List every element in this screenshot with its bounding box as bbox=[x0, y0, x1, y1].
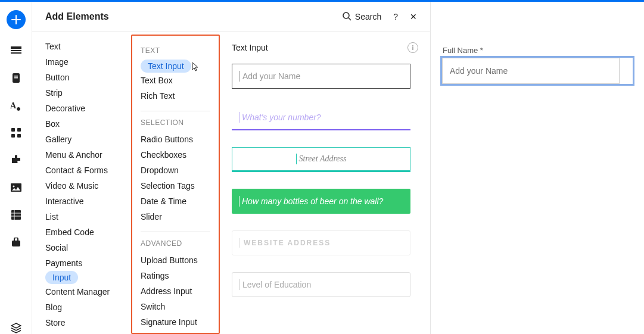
example-input-5[interactable]: Website Address bbox=[232, 230, 410, 255]
category-item[interactable]: Text bbox=[45, 39, 131, 54]
example-input-3[interactable]: Street Address bbox=[232, 147, 410, 172]
subcategory-item[interactable]: Radio Buttons bbox=[141, 132, 210, 147]
subgroup-title: TEXT bbox=[141, 46, 210, 55]
category-list: TextImageButtonStripDecorativeBoxGallery… bbox=[32, 32, 131, 334]
subgroup-title: ADVANCED bbox=[141, 239, 210, 248]
svg-point-18 bbox=[343, 13, 349, 18]
theme-icon[interactable]: A bbox=[10, 99, 22, 111]
category-item[interactable]: Image bbox=[45, 54, 131, 70]
layers-icon[interactable] bbox=[10, 322, 22, 334]
category-item[interactable]: Input bbox=[45, 271, 78, 284]
category-item[interactable]: Gallery bbox=[45, 132, 131, 147]
subcategory-item[interactable]: Ratings bbox=[141, 268, 210, 283]
subcategory-item[interactable]: Text Input bbox=[141, 60, 191, 73]
category-item[interactable]: Strip bbox=[45, 85, 131, 101]
svg-rect-13 bbox=[11, 210, 21, 220]
svg-line-19 bbox=[349, 18, 351, 20]
subcategory-item[interactable]: Text Box bbox=[141, 73, 210, 88]
category-item[interactable]: Button bbox=[45, 70, 131, 85]
category-item[interactable]: Box bbox=[45, 116, 131, 132]
svg-rect-2 bbox=[11, 52, 21, 54]
text-input-widget[interactable]: Full Name * bbox=[440, 46, 634, 86]
subcategory-item[interactable]: Slider bbox=[141, 209, 210, 224]
svg-rect-9 bbox=[11, 134, 15, 138]
subcategory-item[interactable]: Upload Buttons bbox=[141, 252, 210, 268]
svg-rect-1 bbox=[11, 50, 21, 51]
subcategory-item[interactable]: Signature Input bbox=[141, 314, 210, 330]
category-item[interactable]: Payments bbox=[45, 255, 131, 271]
svg-rect-5 bbox=[14, 77, 18, 79]
category-item[interactable]: Content Manager bbox=[45, 284, 131, 299]
canvas[interactable]: Full Name * bbox=[431, 2, 644, 334]
info-button[interactable]: i bbox=[407, 42, 418, 53]
category-item[interactable]: Decorative bbox=[45, 101, 131, 116]
svg-rect-10 bbox=[17, 134, 21, 138]
svg-rect-0 bbox=[11, 46, 21, 49]
category-item[interactable]: Interactive bbox=[45, 193, 131, 209]
category-item[interactable]: Bookings bbox=[45, 330, 131, 334]
category-item[interactable]: Menu & Anchor bbox=[45, 147, 131, 163]
preview-title: Text Input bbox=[232, 43, 407, 52]
svg-rect-17 bbox=[12, 241, 20, 246]
search-button[interactable]: Search bbox=[343, 12, 381, 21]
search-icon bbox=[343, 12, 351, 21]
section-icon[interactable] bbox=[10, 45, 22, 57]
close-icon: ✕ bbox=[410, 12, 417, 21]
category-item[interactable]: Store bbox=[45, 315, 131, 330]
subcategory-item[interactable]: Checkboxes bbox=[141, 147, 210, 163]
nav-rail: A bbox=[0, 2, 32, 334]
category-item[interactable]: Contact & Forms bbox=[45, 163, 131, 178]
subcategory-item[interactable]: Address Input bbox=[141, 283, 210, 299]
data-icon[interactable] bbox=[10, 209, 22, 221]
subgroup-title: SELECTION bbox=[141, 118, 210, 127]
category-item[interactable]: Video & Music bbox=[45, 178, 131, 193]
plus-icon bbox=[11, 15, 21, 24]
subcategory-list: TEXTText InputText BoxRich TextSELECTION… bbox=[131, 35, 220, 334]
apps-icon[interactable] bbox=[10, 127, 22, 139]
widget-selection-box bbox=[440, 56, 634, 86]
subcategory-item[interactable]: Dropdown bbox=[141, 163, 210, 178]
category-item[interactable]: List bbox=[45, 209, 131, 224]
svg-point-12 bbox=[13, 186, 14, 188]
example-input-2[interactable]: What's your number? bbox=[232, 105, 410, 130]
subcategory-item[interactable]: Date & Time bbox=[141, 193, 210, 209]
panel-header: Add Elements Search ? ✕ bbox=[32, 2, 430, 32]
preview-column: Text Input i Add your Name What's your n… bbox=[220, 32, 430, 334]
page-icon[interactable] bbox=[10, 72, 22, 84]
category-item[interactable]: Social bbox=[45, 240, 131, 255]
help-button[interactable]: ? bbox=[393, 12, 398, 21]
category-item[interactable]: Blog bbox=[45, 299, 131, 315]
search-label: Search bbox=[355, 12, 381, 21]
example-input-4[interactable]: How many bottles of beer on the wall? bbox=[232, 189, 410, 214]
add-element-button[interactable] bbox=[7, 10, 26, 29]
panel-title: Add Elements bbox=[45, 11, 331, 22]
subcategory-item[interactable]: Selection Tags bbox=[141, 178, 210, 193]
svg-rect-8 bbox=[17, 128, 21, 132]
svg-text:A: A bbox=[10, 101, 17, 110]
name-field[interactable] bbox=[442, 58, 620, 84]
widget-label: Full Name * bbox=[440, 46, 634, 55]
close-button[interactable]: ✕ bbox=[410, 12, 417, 21]
store-icon[interactable] bbox=[10, 236, 22, 248]
svg-rect-7 bbox=[11, 128, 15, 132]
media-icon[interactable] bbox=[10, 182, 22, 193]
subcategory-item[interactable]: Switch bbox=[141, 299, 210, 314]
svg-rect-4 bbox=[14, 76, 18, 77]
category-item[interactable]: Embed Code bbox=[45, 224, 131, 240]
subcategory-item[interactable]: Rich Text bbox=[141, 88, 210, 104]
cursor-icon bbox=[190, 62, 200, 73]
add-elements-panel: Add Elements Search ? ✕ TextImageButtonS… bbox=[32, 2, 431, 334]
example-input-1[interactable]: Add your Name bbox=[232, 64, 410, 89]
example-input-6[interactable]: Level of Education bbox=[232, 272, 410, 297]
addons-icon[interactable] bbox=[10, 154, 22, 166]
info-icon: i bbox=[412, 44, 413, 51]
